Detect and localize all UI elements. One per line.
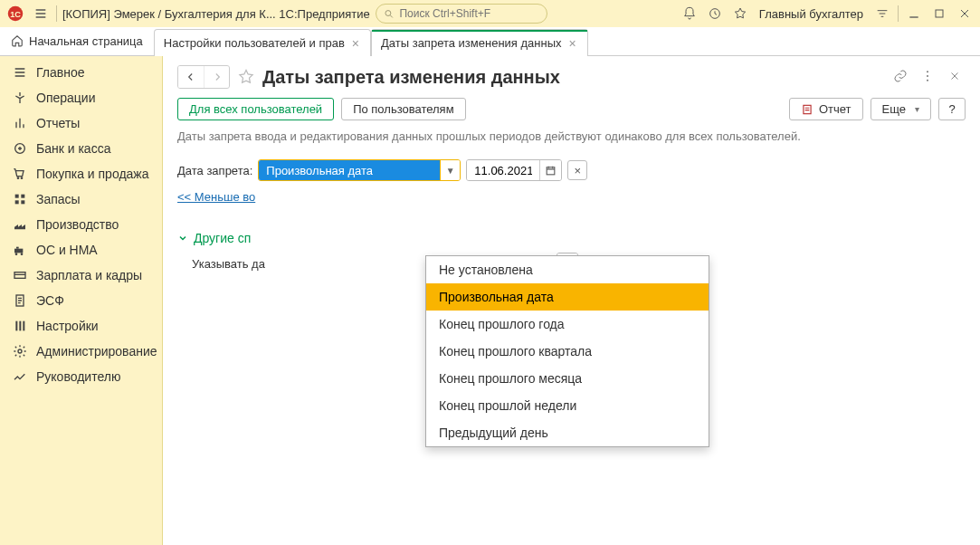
app-title: [КОПИЯ] Эмерек / Бухгалтерия для К... 1С… — [62, 7, 370, 21]
date-type-combo[interactable]: Произвольная дата ▼ — [258, 159, 461, 181]
sidebar-item-label: Руководителю — [36, 369, 120, 384]
close-icon[interactable]: × — [350, 37, 361, 50]
page-title: Даты запрета изменения данных — [262, 67, 560, 88]
tab-label: Настройки пользователей и прав — [164, 36, 345, 50]
svg-point-21 — [18, 349, 22, 353]
sidebar-item-stock[interactable]: Запасы — [0, 186, 162, 212]
app-logo-icon: 1C — [5, 4, 25, 24]
svg-rect-9 — [21, 195, 24, 198]
dropdown-item[interactable]: Предыдущий день — [426, 419, 709, 446]
dropdown-item[interactable]: Конец прошлой недели — [426, 392, 709, 419]
calendar-icon[interactable] — [539, 160, 561, 180]
bell-icon[interactable] — [680, 4, 699, 24]
dropdown-item[interactable]: Конец прошлого месяца — [426, 365, 709, 392]
svg-point-24 — [927, 80, 928, 81]
sidebar-item-label: Покупка и продажа — [36, 167, 148, 181]
date-label: Дата запрета: — [177, 164, 252, 177]
history-icon[interactable] — [705, 4, 725, 24]
sidebar-item-label: Операции — [36, 91, 96, 105]
sidebar-item-label: ОС и НМА — [36, 243, 98, 257]
home-tab[interactable]: Начальная страница — [0, 26, 154, 55]
svg-rect-4 — [936, 10, 943, 17]
combo-dropdown-button[interactable]: ▼ — [440, 160, 460, 180]
section-label: Другие сп — [194, 231, 251, 245]
other-methods-section[interactable]: Другие сп — [177, 231, 966, 245]
dropdown-item[interactable]: Конец прошлого года — [426, 311, 709, 338]
global-search-input[interactable] — [397, 6, 538, 21]
sidebar-item-settings[interactable]: Настройки — [0, 313, 162, 339]
sidebar-item-assets[interactable]: ОС и НМА — [0, 237, 162, 263]
tab-dates[interactable]: Даты запрета изменения данных × — [371, 29, 588, 56]
filter-icon[interactable] — [872, 4, 892, 24]
svg-rect-10 — [15, 200, 19, 204]
sidebar-item-label: Настройки — [36, 319, 99, 333]
tab-settings[interactable]: Настройки пользователей и прав × — [154, 29, 371, 56]
sidebar-item-label: Запасы — [36, 192, 81, 206]
svg-rect-13 — [16, 247, 19, 249]
minimize-icon[interactable] — [904, 4, 924, 24]
link-icon[interactable] — [890, 65, 911, 87]
sidebar-item-reports[interactable]: Отчеты — [0, 110, 162, 136]
favorite-icon[interactable] — [237, 68, 255, 86]
sidebar-item-label: Отчеты — [36, 116, 80, 130]
more-vert-icon[interactable] — [917, 65, 938, 87]
close-icon[interactable]: × — [567, 37, 578, 50]
sidebar-item-trade[interactable]: Покупка и продажа — [0, 161, 162, 186]
sidebar-item-esf[interactable]: ЭСФ — [0, 288, 162, 313]
sidebar-item-label: Администрирование — [36, 344, 157, 359]
mode-by-user-button[interactable]: По пользователям — [341, 98, 465, 120]
global-search[interactable] — [376, 4, 547, 24]
svg-point-7 — [21, 177, 22, 178]
description-text: Даты запрета ввода и редактирования данн… — [177, 129, 966, 143]
date-input[interactable] — [467, 160, 539, 180]
sidebar-item-label: Производство — [36, 217, 119, 232]
nav-buttons — [177, 65, 230, 89]
sidebar-item-admin[interactable]: Администрирование — [0, 339, 162, 364]
svg-rect-12 — [14, 249, 23, 253]
sidebar-item-label: Главное — [36, 65, 85, 80]
sidebar-item-manager[interactable]: Руководителю — [0, 364, 162, 389]
svg-rect-18 — [15, 321, 17, 331]
forward-button[interactable] — [204, 66, 229, 88]
svg-text:1C: 1C — [10, 10, 21, 19]
less-options-link[interactable]: << Меньше во — [177, 190, 255, 204]
svg-rect-11 — [21, 200, 24, 204]
user-label[interactable]: Главный бухгалтер — [756, 7, 867, 21]
clear-date-button[interactable]: × — [567, 160, 587, 180]
svg-point-6 — [17, 177, 18, 178]
close-page-icon[interactable] — [944, 65, 966, 87]
combo-value[interactable]: Произвольная дата — [259, 160, 440, 180]
sidebar-item-salary[interactable]: Зарплата и кадры — [0, 263, 162, 288]
svg-point-2 — [385, 10, 391, 15]
sidebar-item-production[interactable]: Производство — [0, 212, 162, 237]
star-icon[interactable] — [730, 4, 750, 24]
sidebar-item-label: Зарплата и кадры — [36, 268, 142, 282]
sidebar-item-label: ЭСФ — [36, 293, 64, 308]
help-button[interactable]: ? — [938, 98, 966, 120]
report-button[interactable]: Отчет — [789, 98, 863, 120]
dropdown-item[interactable]: Конец прошлого квартала — [426, 338, 709, 365]
more-button[interactable]: Еще — [871, 98, 931, 120]
sidebar-item-bank[interactable]: Банк и касса — [0, 136, 162, 161]
svg-rect-26 — [547, 167, 555, 174]
tabbar: Начальная страница Настройки пользовател… — [0, 27, 980, 56]
mode-all-button[interactable]: Для всех пользователей — [177, 98, 334, 120]
sidebar-item-main[interactable]: Главное — [0, 60, 162, 85]
date-type-dropdown: Не установлена Произвольная дата Конец п… — [425, 255, 709, 447]
svg-rect-8 — [15, 195, 19, 198]
dropdown-item[interactable]: Произвольная дата — [426, 283, 709, 311]
content: Даты запрета изменения данных Для всех п… — [163, 56, 980, 545]
tab-label: Даты запрета изменения данных — [381, 36, 561, 50]
sidebar: Главное Операции Отчеты Банк и касса Пок… — [0, 56, 163, 545]
date-field[interactable] — [466, 159, 562, 181]
titlebar: 1C [КОПИЯ] Эмерек / Бухгалтерия для К...… — [0, 0, 980, 27]
dropdown-item[interactable]: Не установлена — [426, 256, 709, 283]
back-button[interactable] — [178, 66, 204, 88]
sidebar-item-operations[interactable]: Операции — [0, 85, 162, 110]
menu-icon[interactable] — [31, 4, 51, 24]
close-window-icon[interactable] — [955, 4, 975, 24]
svg-point-22 — [927, 71, 928, 72]
svg-point-15 — [21, 253, 24, 255]
maximize-icon[interactable] — [929, 4, 949, 24]
indicate-label: Указывать да — [192, 257, 265, 271]
